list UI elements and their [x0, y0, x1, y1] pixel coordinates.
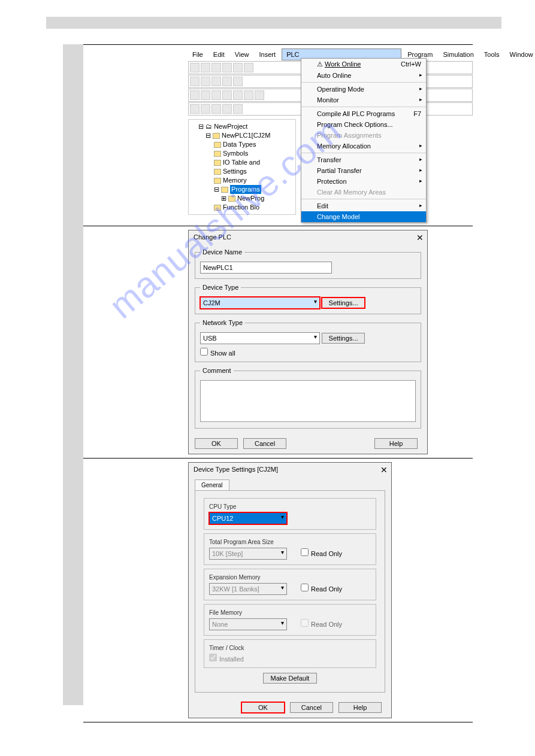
menu-insert[interactable]: Insert: [255, 49, 280, 60]
network-type-group: Network Type Settings... Show all: [195, 319, 421, 362]
menu-protection[interactable]: Protection: [301, 176, 426, 187]
tree-root[interactable]: ⊟ 🗂 NewProject: [191, 122, 293, 131]
tab-general[interactable]: General: [195, 479, 229, 490]
menu-partial-transfer[interactable]: Partial Transfer: [301, 165, 426, 176]
toolbar-icon[interactable]: [233, 63, 243, 72]
timer-clock-group: Timer / Clock Installed: [204, 639, 376, 668]
help-button[interactable]: Help: [338, 702, 382, 713]
page-header-bar: [46, 17, 501, 29]
menu-edit[interactable]: Edit: [209, 49, 229, 60]
toolbar-icon[interactable]: [211, 104, 221, 114]
project-tree: ⊟ 🗂 NewProject ⊟ NewPLC1[CJ2M Data Types…: [188, 119, 296, 215]
menu-work-online[interactable]: ⚠ Work OnlineCtrl+W: [301, 59, 426, 70]
toolbar-icon[interactable]: [201, 63, 210, 72]
toolbar-icon[interactable]: [222, 77, 232, 86]
tree-memory[interactable]: Memory: [191, 176, 293, 185]
menu-file[interactable]: File: [188, 49, 207, 60]
toolbar-icon[interactable]: [211, 63, 221, 72]
close-icon[interactable]: ✕: [380, 465, 388, 475]
network-settings-button[interactable]: Settings...: [322, 333, 365, 344]
plc-dropdown-menu: ⚠ Work OnlineCtrl+W Auto Online Operatin…: [301, 58, 427, 223]
program-area-select: [209, 548, 287, 560]
device-type-group: Device Type Settings...: [195, 284, 421, 314]
toolbar-icon[interactable]: [233, 90, 243, 100]
tree-settings[interactable]: Settings: [191, 167, 293, 176]
menu-memory-allocation[interactable]: Memory Allocation: [301, 141, 426, 151]
step-row-2: Change PLC ✕ Device Name Device Type Set…: [83, 226, 473, 458]
exp-readonly-checkbox[interactable]: [301, 584, 309, 591]
cpu-type-group: CPU Type: [204, 498, 376, 530]
timer-clock-label: Timer / Clock: [209, 645, 371, 651]
tree-io-table[interactable]: IO Table and: [191, 158, 293, 167]
cpu-type-label: CPU Type: [209, 503, 371, 510]
toolbar-icon[interactable]: [201, 90, 210, 100]
toolbar-icon[interactable]: [190, 104, 200, 114]
device-name-group: Device Name: [195, 248, 421, 279]
toolbar-icon[interactable]: [233, 77, 243, 86]
device-type-label: Device Type: [200, 284, 241, 291]
tree-function-blocks[interactable]: Function Blo: [191, 203, 293, 212]
tree-programs[interactable]: ⊟ Programs: [191, 185, 293, 194]
toolbar-icon[interactable]: [201, 77, 210, 86]
toolbar-icon[interactable]: [190, 63, 200, 72]
make-default-button[interactable]: Make Default: [263, 673, 317, 684]
tree-data-types[interactable]: Data Types: [191, 140, 293, 149]
menu-auto-online[interactable]: Auto Online: [301, 70, 426, 81]
close-icon[interactable]: ✕: [416, 233, 424, 242]
tree-symbols[interactable]: Symbols: [191, 149, 293, 158]
menu-simulation[interactable]: Simulation: [439, 49, 477, 60]
toolbar-icon[interactable]: [255, 90, 264, 100]
cancel-button[interactable]: Cancel: [290, 702, 333, 713]
menu-edit[interactable]: Edit: [301, 201, 426, 211]
ok-button[interactable]: OK: [241, 702, 285, 713]
toolbar-icon[interactable]: [244, 90, 253, 100]
comment-textarea[interactable]: [200, 380, 416, 422]
file-memory-group: File Memory Read Only: [204, 604, 376, 636]
network-type-select[interactable]: [200, 332, 320, 344]
step-row-1: File Edit View Insert PLC Program Simula…: [83, 44, 473, 226]
menu-tools[interactable]: Tools: [480, 49, 504, 60]
datatypes-icon: [214, 142, 221, 148]
toolbar-icon[interactable]: [233, 104, 243, 114]
device-name-input[interactable]: [200, 262, 332, 274]
step-number-column: [63, 44, 83, 705]
cpu-type-select[interactable]: [209, 512, 287, 524]
file-memory-select: [209, 618, 287, 630]
file-memory-label: File Memory: [209, 609, 371, 616]
device-settings-button[interactable]: Settings...: [322, 297, 365, 308]
toolbar-icon[interactable]: [211, 90, 221, 100]
toolbar-icon[interactable]: [222, 104, 232, 114]
programs-icon: [221, 187, 228, 193]
toolbar-icon[interactable]: [244, 63, 253, 72]
help-button[interactable]: Help: [374, 438, 418, 449]
comment-group: Comment: [195, 367, 421, 429]
area-readonly-checkbox[interactable]: [301, 548, 309, 556]
step-row-3: Device Type Settings [CJ2M] ✕ General CP…: [83, 458, 473, 722]
menu-change-model[interactable]: Change Model: [301, 211, 426, 222]
dialog-title: Device Type Settings [CJ2M]: [189, 463, 391, 476]
plc-icon: [213, 133, 220, 139]
toolbar-icon[interactable]: [190, 90, 200, 100]
menu-monitor[interactable]: Monitor: [301, 95, 426, 105]
menu-operating-mode[interactable]: Operating Mode: [301, 84, 426, 95]
menu-compile[interactable]: Compile All PLC ProgramsF7: [301, 108, 426, 119]
menu-transfer[interactable]: Transfer: [301, 154, 426, 165]
toolbar-icon[interactable]: [190, 77, 200, 86]
tree-newprog[interactable]: ⊞ NewProg: [191, 194, 293, 203]
cancel-button[interactable]: Cancel: [243, 438, 286, 449]
menu-program-assignments: Program Assignments: [301, 130, 426, 141]
menu-window[interactable]: Window: [506, 49, 535, 60]
ok-button[interactable]: OK: [195, 438, 238, 449]
tree-plc[interactable]: ⊟ NewPLC1[CJ2M: [191, 131, 293, 140]
network-type-label: Network Type: [200, 319, 245, 326]
device-type-select[interactable]: [200, 297, 320, 309]
toolbar-icon[interactable]: [201, 104, 210, 114]
show-all-checkbox[interactable]: [200, 348, 208, 356]
fb-icon: [214, 205, 221, 211]
toolbar-icon[interactable]: [222, 63, 232, 72]
menu-view[interactable]: View: [231, 49, 253, 60]
change-plc-dialog: Change PLC ✕ Device Name Device Type Set…: [188, 230, 428, 454]
menu-program-check[interactable]: Program Check Options...: [301, 119, 426, 130]
toolbar-icon[interactable]: [211, 77, 221, 86]
toolbar-icon[interactable]: [222, 90, 232, 100]
